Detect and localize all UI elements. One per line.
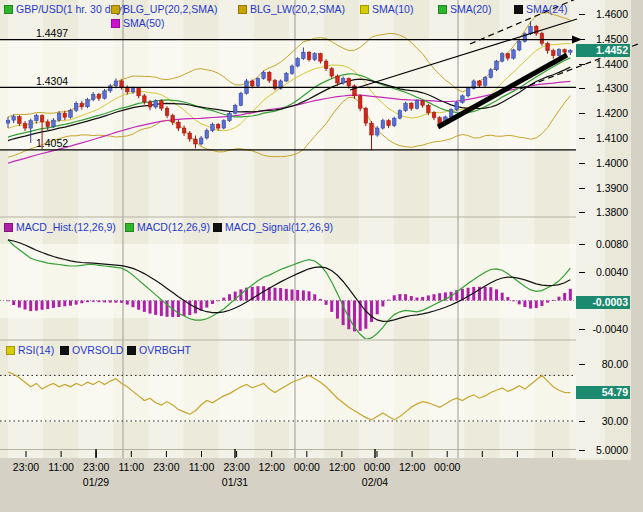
macd-line-label: MACD(12,26,9) [137, 221, 210, 233]
price-tick-label: 1.4000 [576, 157, 628, 169]
blg-lw-label: BLG_LW(20,2,SMA) [250, 3, 345, 15]
legend-item-blg-up: BLG_UP(20,2,SMA) [111, 3, 218, 15]
legend-item-sma10: SMA(10) [360, 3, 413, 15]
legend-item-sma50: SMA(50) [111, 17, 164, 29]
price-tick-label: 1.3900 [576, 182, 628, 194]
time-label: 23:00 [78, 461, 114, 473]
price-tick-label: 1.4100 [576, 132, 628, 144]
legend-item-ovrbght: OVRBGHT [127, 344, 191, 356]
macd-current-tag: -0.0003 [576, 296, 630, 309]
price-tick-label: 1.4400 [576, 58, 628, 70]
price-tick-label: 1.3800 [576, 206, 628, 218]
time-label: 23:00 [148, 461, 184, 473]
legend-item-ovrsold: OVRSOLD [60, 344, 123, 356]
price-tick-label: 1.4500 [576, 33, 628, 45]
legend-item-symbol: GBP/USD(1 hr. 30 day) [4, 3, 125, 15]
macd-hist-label: MACD_Hist.(12,26,9) [16, 221, 116, 233]
sma10-swatch-icon [360, 5, 369, 14]
macd-hist-swatch-icon [4, 223, 13, 232]
macd-tick-label: 0.0040 [576, 266, 628, 278]
time-label: 11:00 [43, 461, 79, 473]
blg-up-label: BLG_UP(20,2,SMA) [123, 3, 218, 15]
time-label: 11:00 [184, 461, 220, 473]
legend-item-sma20: SMA(20) [438, 3, 491, 15]
legend-item-blg-lw: BLG_LW(20,2,SMA) [238, 3, 345, 15]
sma20-swatch-icon [438, 5, 447, 14]
rsi-label: RSI(14) [18, 344, 54, 356]
current-price-tag: 1.4452 [576, 44, 630, 57]
time-label: 12:00 [254, 461, 290, 473]
price-tick-label: 1.4300 [576, 82, 628, 94]
sma20-label: SMA(20) [450, 3, 491, 15]
time-label: 00:00 [429, 461, 465, 473]
macd-tick-label: -0.0040 [576, 323, 628, 335]
ovrsold-swatch-icon [60, 346, 69, 355]
legend-item-rsi: RSI(14) [6, 344, 54, 356]
legend-item-macd-hist: MACD_Hist.(12,26,9) [4, 221, 116, 233]
time-label: 11:00 [113, 461, 149, 473]
rsi-swatch-icon [6, 346, 15, 355]
macd-line-swatch-icon [125, 223, 134, 232]
time-label: 00:00 [359, 461, 395, 473]
price-level-label-1: 1.4497 [36, 27, 68, 39]
sma24-swatch-icon [514, 5, 523, 14]
symbol-label: GBP/USD(1 hr. 30 day) [16, 3, 125, 15]
time-label: 12:00 [324, 461, 360, 473]
price-level-label-2: 1.4304 [36, 75, 68, 87]
rsi-tick-label: 80.00 [576, 358, 628, 370]
blg-lw-swatch-icon [238, 5, 247, 14]
legend-item-macd-line: MACD(12,26,9) [125, 221, 210, 233]
time-label: 12:00 [394, 461, 430, 473]
macd-signal-swatch-icon [213, 223, 222, 232]
sma10-label: SMA(10) [372, 3, 413, 15]
symbol-swatch-icon [4, 5, 13, 14]
price-tick-label: 1.4200 [576, 107, 628, 119]
date-label: 01/31 [215, 476, 255, 488]
trading-chart-window: GBP/USD(1 hr. 30 day) BLG_UP(20,2,SMA) B… [0, 0, 643, 512]
sma50-swatch-icon [111, 19, 120, 28]
blg-up-swatch-icon [111, 5, 120, 14]
ovrbght-swatch-icon [127, 346, 136, 355]
date-label: 02/04 [355, 476, 395, 488]
ovrbght-label: OVRBGHT [139, 344, 191, 356]
rsi-current-tag: 54.79 [576, 386, 630, 399]
price-level-label-3: 1.4052 [36, 137, 68, 149]
time-label: 23:00 [219, 461, 255, 473]
legend-item-macd-signal: MACD_Signal(12,26,9) [213, 221, 333, 233]
rsi-tick-label: 5.0000 [576, 444, 628, 456]
macd-signal-label: MACD_Signal(12,26,9) [225, 221, 333, 233]
time-label: 23:00 [8, 461, 44, 473]
legend-item-sma24: SMA(24) [514, 3, 567, 15]
date-label: 01/29 [76, 476, 116, 488]
time-label: 00:00 [289, 461, 325, 473]
sma24-label: SMA(24) [526, 3, 567, 15]
chart-plot-area[interactable] [0, 0, 643, 512]
price-tick-label: 1.4600 [576, 8, 628, 20]
sma50-label: SMA(50) [123, 17, 164, 29]
ovrsold-label: OVRSOLD [72, 344, 123, 356]
macd-tick-label: 0.0080 [576, 238, 628, 250]
rsi-tick-label: 30.00 [576, 415, 628, 427]
